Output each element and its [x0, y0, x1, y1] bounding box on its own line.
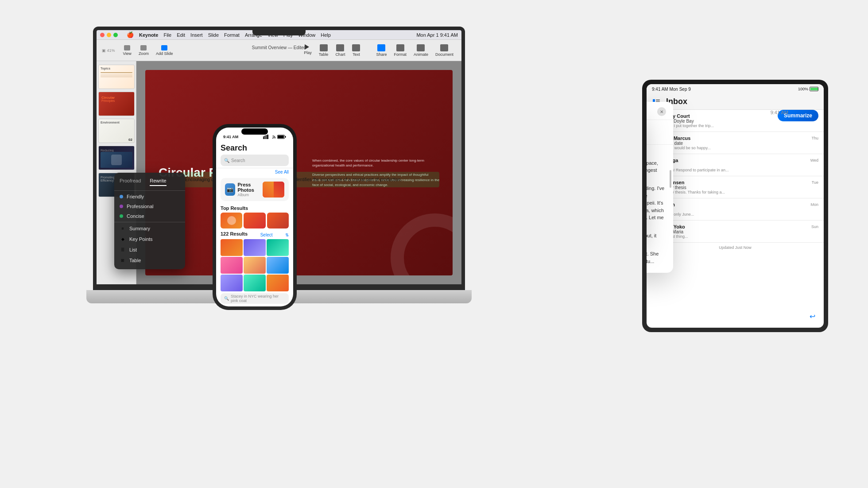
- result-thumb-1[interactable]: [221, 213, 242, 229]
- ipad-status-bar: 9:41 AM Mon Sep 9 100%: [647, 84, 824, 94]
- edp-greeting: Hey!: [647, 149, 666, 157]
- mac-wm-item-concise[interactable]: Concise: [114, 211, 185, 221]
- mac-wm-item-friendly[interactable]: Friendly: [114, 192, 185, 201]
- toolbar-view-btn[interactable]: View: [120, 44, 134, 57]
- svg-rect-1: [656, 100, 660, 101]
- email-3[interactable]: Diego Vega Wed Exchange ...time again! R…: [647, 154, 824, 176]
- toolbar-table-btn[interactable]: Table: [316, 43, 331, 58]
- top-results-grid: [221, 213, 289, 229]
- ppc-name: Press Photos: [238, 182, 263, 193]
- mac-wm-item-keypoints[interactable]: ◆ Key Points: [114, 234, 185, 244]
- email-6[interactable]: Jimmy & Yoko Sun Jimmy <> Maria ...me th…: [647, 221, 824, 243]
- toolbar-text-btn[interactable]: Text: [349, 43, 363, 58]
- minimize-button[interactable]: [107, 33, 111, 37]
- menubar-format[interactable]: Format: [224, 32, 240, 38]
- all-result-3[interactable]: [267, 239, 289, 256]
- traffic-lights: [100, 33, 118, 37]
- see-all-link[interactable]: See All: [275, 170, 289, 174]
- toolbar-zoom-btn[interactable]: Zoom: [136, 44, 151, 57]
- iphone-content: Search 🔍 Search See All 📷 Press Pho: [216, 141, 293, 306]
- svg-rect-11: [278, 136, 284, 138]
- email-3-time: Wed: [810, 158, 818, 163]
- mac-wm-item-table[interactable]: ⊞ Table: [114, 255, 185, 266]
- toolbar-chart-btn[interactable]: Chart: [333, 43, 348, 58]
- table-icon: ⊞: [120, 257, 126, 263]
- ipad-body: 9:41 AM Mon Sep 9 100%: [642, 80, 828, 332]
- iphone-search-footer[interactable]: 🔍 Stacey in NYC wearing her pink coat: [221, 293, 289, 304]
- close-button[interactable]: [100, 33, 105, 37]
- iphone-search-header: Search 🔍 Search: [216, 141, 293, 168]
- menubar-slide[interactable]: Slide: [208, 32, 219, 38]
- sort-icon[interactable]: ⇅: [285, 232, 289, 237]
- email-4[interactable]: Ethan Bensen Tue Draft of my thesis ...d…: [647, 176, 824, 198]
- edp-close-button[interactable]: ✕: [657, 107, 666, 116]
- edp-para-1: Well, my first week in Anchorage is in t…: [647, 159, 666, 182]
- email-4-header: Ethan Bensen Tue: [652, 180, 818, 185]
- menubar-edit[interactable]: Edit: [177, 32, 185, 38]
- friendly-dot-icon: [120, 195, 123, 198]
- svg-rect-7: [267, 135, 268, 139]
- add-slide-label: Add Slide: [156, 51, 173, 56]
- iphone-body: 9:41 AM Search 🔍 Search: [213, 124, 297, 310]
- email-2[interactable]: Jimmy & Marcus Thu Setting the date ...M…: [647, 132, 824, 154]
- email-5-time: Mon: [810, 202, 818, 207]
- slide-2-thumb[interactable]: Circular Principles: [98, 92, 135, 116]
- toolbar-format-btn[interactable]: Format: [391, 43, 409, 58]
- all-result-2[interactable]: [244, 239, 266, 256]
- ipad: 9:41 AM Mon Sep 9 100%: [642, 80, 828, 332]
- all-results-header: 122 Results Select ⇅: [216, 229, 293, 239]
- slide-3-thumb[interactable]: Environment 02: [98, 119, 135, 143]
- result-thumb-2[interactable]: [244, 213, 265, 229]
- toolbar-animate-btn[interactable]: Animate: [411, 43, 431, 58]
- iphone-status-icons: [263, 135, 286, 139]
- ipad-time: 9:41 AM Mon Sep 9: [652, 87, 691, 92]
- all-result-8[interactable]: [244, 275, 266, 291]
- menubar-insert[interactable]: Insert: [190, 32, 203, 38]
- battery-pct: 100%: [798, 87, 808, 91]
- search-icon-bottom: 🔍: [224, 296, 229, 301]
- mac-wm-tab-rewrite[interactable]: Rewrite: [150, 178, 166, 186]
- ipad-email-list[interactable]: Doyle Bay Court Fri Trip list for Doyle …: [647, 110, 824, 328]
- mac-wm-item-list[interactable]: ☰ List: [114, 244, 185, 255]
- mac-wm-item-professional[interactable]: Professional: [114, 201, 185, 211]
- all-result-4[interactable]: [221, 257, 243, 274]
- apple-logo-icon: 🍎: [127, 31, 134, 38]
- mac-wm-label-keypoints: Key Points: [129, 236, 153, 242]
- email-5-preview: ...I know it's only June...: [652, 212, 818, 217]
- edp-from-field: Cc/Bcc, From: Maria: [647, 130, 666, 136]
- press-photos-card[interactable]: 📷 Press Photos Album: [221, 178, 289, 201]
- toolbar-41pct: ▣ 41%: [102, 48, 115, 53]
- maximize-button[interactable]: [113, 33, 118, 37]
- email-6-subject: Jimmy <> Maria: [652, 229, 818, 234]
- toolbar-document-btn[interactable]: Document: [433, 43, 456, 58]
- ipad-nav-bar: Inbox: [647, 94, 824, 110]
- edp-to-field: To: Sarah Murguia, Xiaomeng Zhong, Graha…: [647, 124, 666, 129]
- reply-icon[interactable]: ↩: [806, 310, 818, 322]
- email-6-preview: ...me the first thing...: [652, 234, 818, 239]
- email-5[interactable]: Lena Tran Mon Volleyball? ...I know it's…: [647, 198, 824, 221]
- menubar-file[interactable]: File: [163, 32, 171, 38]
- toolbar-share-btn[interactable]: Share: [373, 43, 389, 58]
- mac-wm-tab-proofread[interactable]: Proofread: [120, 178, 141, 186]
- menubar-keynote[interactable]: Keynote: [139, 32, 158, 38]
- edp-body: Hey! Well, my first week in Anchorage is…: [647, 145, 673, 273]
- menubar-help[interactable]: Help: [321, 32, 331, 38]
- email-1-preview: ...everyone, I put together the trip...: [652, 124, 818, 128]
- all-result-6[interactable]: [267, 257, 289, 274]
- ipad-battery-bar: [810, 87, 818, 91]
- ipad-battery: 100%: [798, 87, 818, 91]
- all-result-1[interactable]: [221, 239, 243, 256]
- all-result-5[interactable]: [244, 257, 266, 274]
- all-result-9[interactable]: [267, 275, 289, 291]
- toolbar-add-slide-btn[interactable]: Add Slide: [153, 44, 176, 57]
- slide-4-thumb[interactable]: Reducing: [98, 146, 135, 170]
- iphone-search-bar[interactable]: 🔍 Search: [221, 155, 289, 166]
- result-thumb-3[interactable]: [267, 213, 289, 229]
- select-button[interactable]: Select: [260, 232, 273, 237]
- svg-rect-6: [266, 135, 267, 139]
- all-result-7[interactable]: [221, 275, 243, 291]
- email-4-preview: ...draft of my thesis. Thanks for taking…: [652, 190, 818, 194]
- slide-1-thumb[interactable]: Topics: [98, 65, 135, 89]
- album-icon: 📷: [225, 183, 235, 196]
- mac-wm-item-summary[interactable]: ≡ Summary: [114, 223, 185, 234]
